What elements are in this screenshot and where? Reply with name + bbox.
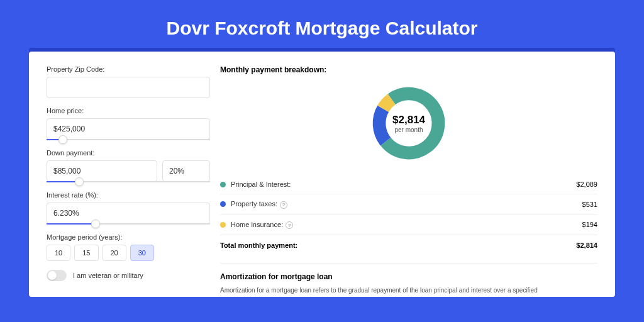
form-panel: Property Zip Code: Home price: Down paym… — [47, 65, 210, 297]
donut-center-sub: per month — [394, 126, 423, 133]
breakdown-value: $2,089 — [576, 180, 597, 188]
interest-rate-slider[interactable] — [47, 223, 210, 225]
total-value: $2,814 — [576, 242, 597, 249]
veteran-toggle[interactable] — [47, 270, 67, 281]
breakdown-row: Home insurance:?$194 — [220, 214, 597, 235]
breakdown-row: Property taxes:?$531 — [220, 194, 597, 214]
breakdown-value: $194 — [582, 221, 597, 228]
breakdown-label: Home insurance:? — [231, 221, 582, 230]
home-price-input[interactable] — [47, 118, 210, 140]
veteran-label: I am veteran or military — [73, 272, 143, 279]
legend-dot — [220, 222, 226, 228]
amortization-text: Amortization for a mortgage loan refers … — [220, 286, 597, 295]
down-payment-label: Down payment: — [47, 149, 210, 157]
interest-rate-label: Interest rate (%): — [47, 191, 210, 199]
mortgage-period-label: Mortgage period (years): — [47, 233, 210, 241]
breakdown-value: $531 — [582, 201, 597, 208]
period-button-10[interactable]: 10 — [47, 245, 70, 261]
down-payment-input[interactable] — [47, 160, 157, 182]
home-price-slider[interactable] — [47, 139, 210, 140]
period-button-30[interactable]: 30 — [130, 245, 154, 261]
breakdown-panel: Monthly payment breakdown: $2,814 per mo… — [220, 65, 597, 297]
legend-dot — [220, 201, 226, 207]
total-label: Total monthly payment: — [220, 242, 576, 249]
mortgage-period-group: 10152030 — [47, 245, 210, 261]
breakdown-donut-chart: $2,814 per month — [370, 84, 448, 162]
amortization-title: Amortization for mortgage loan — [220, 272, 597, 281]
home-price-label: Home price: — [47, 107, 210, 114]
breakdown-label: Principal & Interest: — [231, 180, 576, 188]
breakdown-label: Property taxes:? — [231, 200, 582, 209]
info-icon[interactable]: ? — [280, 201, 287, 209]
period-button-15[interactable]: 15 — [74, 245, 98, 261]
info-icon[interactable]: ? — [286, 221, 293, 229]
down-payment-pct-input[interactable] — [162, 160, 210, 182]
zip-input[interactable] — [47, 77, 210, 98]
period-button-20[interactable]: 20 — [103, 245, 126, 261]
breakdown-row: Principal & Interest:$2,089 — [220, 175, 597, 194]
zip-label: Property Zip Code: — [47, 65, 210, 73]
donut-center-value: $2,814 — [392, 114, 425, 126]
breakdown-title: Monthly payment breakdown: — [220, 65, 597, 74]
legend-dot — [220, 182, 226, 187]
down-payment-slider[interactable] — [47, 181, 210, 182]
calculator-card: Property Zip Code: Home price: Down paym… — [29, 52, 615, 297]
page-title: Dovr Foxcroft Mortgage Calculator — [0, 0, 644, 48]
interest-rate-input[interactable] — [47, 203, 210, 224]
